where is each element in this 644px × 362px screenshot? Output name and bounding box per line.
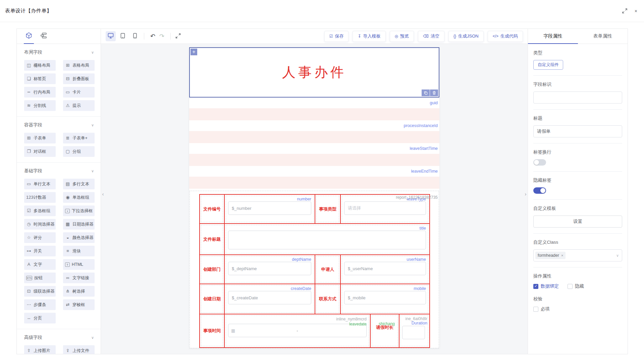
palette-item[interactable]: ❐ 对话框: [24, 146, 56, 157]
palette-item[interactable]: ❏ 标签页: [24, 73, 56, 84]
mobile-field[interactable]: mobile $_mobile: [342, 285, 428, 313]
duration-input[interactable]: [402, 326, 425, 339]
properties-tab[interactable]: 字段属性: [528, 29, 578, 44]
palette-item[interactable]: ⇧ 上传图片: [24, 345, 56, 354]
palette-item[interactable]: ≣ 子表单+: [63, 133, 95, 143]
collapse-left-handle[interactable]: ‹: [101, 189, 105, 199]
desktop-view-button[interactable]: [106, 31, 116, 41]
toolbar-action-button[interactable]: ☑ 保存: [324, 31, 349, 42]
toolbar-action-button[interactable]: ↧ 导入模板: [353, 31, 385, 42]
palette-item[interactable]: A 文字: [24, 259, 56, 270]
number-input[interactable]: $_number: [228, 201, 311, 215]
form-title-component[interactable]: + 人事办件: [189, 47, 439, 98]
palette-item[interactable]: ◫ 栅格布局: [24, 60, 56, 71]
user-name-input[interactable]: $_userName: [344, 262, 426, 275]
duration-field[interactable]: ine_6ai0h8lr Duration: [400, 315, 428, 346]
palette-item[interactable]: ↔ 分页: [24, 313, 56, 323]
table-layout-component[interactable]: report_1622518382735 文件编号 number $_numbe…: [190, 191, 439, 348]
palette-item[interactable]: 123 计数器: [24, 192, 56, 203]
user-name-field[interactable]: userName $_userName: [342, 256, 428, 283]
create-date-input[interactable]: $_createDate: [228, 291, 311, 304]
palette-item[interactable]: ⊶ 开关: [24, 246, 56, 256]
dept-name-input[interactable]: $_deptName: [228, 262, 311, 275]
custom-template-settings-button[interactable]: 设置: [533, 216, 622, 228]
palette-section-header[interactable]: 高级字段 ∨: [24, 335, 94, 341]
tab-outline[interactable]: [36, 29, 51, 44]
fullscreen-button[interactable]: [175, 33, 181, 40]
palette-item[interactable]: ◒ 颜色选择器: [63, 232, 95, 243]
checkbox[interactable]: 必填: [533, 306, 550, 312]
dept-name-field[interactable]: deptName $_deptName: [226, 256, 314, 283]
palette-item[interactable]: ☆ 评分: [24, 232, 56, 243]
tab-components[interactable]: [21, 29, 36, 44]
palette-item[interactable]: ⊟ 折叠面板: [63, 73, 95, 84]
custom-class-select[interactable]: formheader × ∨: [533, 249, 622, 261]
palette-item[interactable]: ☑ 多选框组: [24, 205, 56, 216]
toolbar-action-button[interactable]: {} 生成JSON: [448, 31, 484, 42]
redo-button[interactable]: ↷: [157, 33, 166, 40]
palette-item[interactable]: ▢ 分组: [63, 146, 95, 157]
palette-item[interactable]: ▤ 多行文本: [63, 179, 95, 189]
palette-item[interactable]: ⊡ 级联选择器: [24, 286, 56, 297]
drag-handle-icon[interactable]: +: [191, 49, 197, 55]
palette-item[interactable]: ▭ 单行文本: [24, 179, 56, 189]
palette-item[interactable]: ▭ 卡片: [63, 87, 95, 98]
toolbar-action-button[interactable]: ◎ 预览: [390, 31, 414, 42]
leave-type-select[interactable]: 请选择: [344, 201, 426, 215]
close-icon[interactable]: ×: [635, 8, 637, 14]
palette-item[interactable]: ∨ 下拉选择框: [63, 205, 95, 216]
date-range-field[interactable]: inline_nym8mcrd leavedate ▦ -: [226, 315, 369, 346]
toolbar-action-button[interactable]: </> 生成代码: [488, 31, 523, 42]
toolbar-action-button[interactable]: ⌫ 清空: [418, 31, 444, 42]
palette-item[interactable]: ⊞ 子表单: [24, 133, 56, 143]
hide-label-toggle[interactable]: [533, 187, 546, 194]
hidden-field-component[interactable]: guid: [189, 98, 439, 120]
palette-item[interactable]: BTN 按钮: [24, 273, 56, 283]
palette-item[interactable]: ≡ 滑块: [63, 246, 95, 256]
title-field[interactable]: title: [226, 225, 428, 253]
palette-section-header[interactable]: 容器字段 ∨: [24, 122, 94, 128]
hidden-field-component[interactable]: processInstanceId: [189, 120, 439, 143]
palette-item[interactable]: ⇄ 穿梭框: [63, 299, 95, 310]
palette-item[interactable]: ∞ 文字链接: [63, 273, 95, 283]
generate-json-icon: {}: [453, 34, 456, 39]
delete-component-button[interactable]: [430, 89, 438, 96]
undo-button[interactable]: ↶: [148, 33, 157, 40]
palette-item[interactable]: ◷ 时间选择器: [24, 219, 56, 230]
component-type-tag[interactable]: 自定义组件: [533, 60, 563, 70]
copy-component-button[interactable]: [422, 89, 430, 96]
palette-section-header[interactable]: 基础字段 ∨: [24, 168, 94, 174]
palette-item[interactable]: ▦ 日期选择器: [63, 219, 95, 230]
palette-item[interactable]: ◉ 单选框组: [63, 192, 95, 203]
palette-item[interactable]: ⋯ 步骤条: [24, 299, 56, 310]
field-id-input[interactable]: [533, 92, 622, 104]
number-field[interactable]: number $_number: [226, 196, 314, 222]
design-canvas[interactable]: ‹ › + 人事办件: [101, 44, 528, 354]
restore-size-icon[interactable]: [622, 8, 627, 13]
mobile-input[interactable]: $_mobile: [344, 291, 426, 304]
palette-item[interactable]: ┅ 行内布局: [24, 87, 56, 98]
properties-tab[interactable]: 表单属性: [578, 29, 628, 44]
create-date-field[interactable]: createDate $_createDate: [226, 285, 314, 313]
palette-section-header[interactable]: 布局字段 ∨: [24, 49, 94, 55]
counter-icon: 123: [26, 195, 32, 200]
palette-item[interactable]: ⚠ 提示: [63, 100, 95, 111]
custom-class-label: 自定义Class: [533, 239, 622, 245]
hidden-field-component[interactable]: leaveStartTime: [189, 143, 439, 166]
palette-item[interactable]: ⇪ 上传文件: [63, 345, 95, 354]
hidden-field-component[interactable]: leaveEndTime: [189, 166, 439, 189]
collapse-right-handle[interactable]: ›: [524, 189, 528, 199]
phone-view-button[interactable]: [130, 31, 140, 41]
palette-item[interactable]: 5 HTML: [63, 259, 95, 270]
hidden-field-input: [189, 131, 439, 143]
title-input[interactable]: [228, 231, 426, 249]
remove-tag-icon[interactable]: ×: [561, 253, 563, 257]
tablet-view-button[interactable]: [118, 31, 128, 41]
palette-item[interactable]: ≋ 分割线: [24, 100, 56, 111]
palette-item[interactable]: ⊞ 表格布局: [63, 60, 95, 71]
checkbox[interactable]: 隐藏: [568, 283, 584, 289]
title-input[interactable]: [533, 125, 622, 137]
palette-item[interactable]: ⋔ 树选择: [63, 286, 95, 297]
checkbox[interactable]: 数据绑定: [533, 283, 559, 289]
label-wrap-toggle[interactable]: [533, 159, 546, 166]
